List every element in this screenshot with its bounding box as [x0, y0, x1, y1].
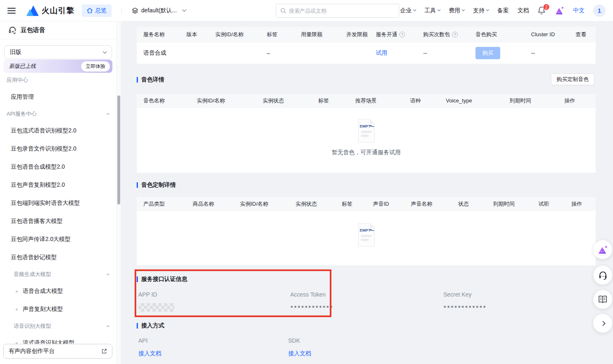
service-name: 语音合成	[143, 49, 186, 57]
bullet-dot	[16, 290, 18, 292]
ai-mountain-icon	[597, 244, 608, 255]
menu-label: 支持	[473, 7, 485, 14]
svg-text:EMPT: EMPT	[359, 124, 371, 128]
volcengine-logo[interactable]: 火山引擎	[26, 5, 75, 16]
collapse-panel-fab[interactable]	[593, 314, 612, 333]
chevron-up-icon	[107, 113, 110, 116]
nav-menu-enterprise[interactable]: 企业	[400, 7, 416, 14]
overview-tab[interactable]: 总览	[82, 5, 112, 17]
empty-document-icon: EMPT	[356, 118, 377, 143]
group-label: 语音识别大模型	[14, 322, 51, 330]
sidebar-scrollbar-thumb[interactable]	[117, 95, 120, 204]
secret-key-label: Secret Key	[443, 291, 471, 298]
buy-voice-button[interactable]: 购买	[475, 47, 500, 59]
nav-right-group: 企业 工具 费用 支持 备案 文档 2 中文 1	[400, 5, 606, 17]
service-table-card: 服务名称 版本 实例ID/名称 标签 用量限额 并发限额 服务开通? 购买次数包…	[137, 27, 596, 64]
nav-link-beian[interactable]: 备案	[497, 7, 509, 14]
section-app-center: 应用中心	[0, 72, 117, 88]
empty-state: EMPT 暂无音色，可开通服务试用	[137, 118, 596, 156]
try-now-button[interactable]: 立即体验	[81, 61, 110, 72]
global-search[interactable]	[276, 4, 399, 18]
nav-link-docs[interactable]: 文档	[517, 7, 529, 14]
documentation-fab[interactable]	[593, 290, 612, 309]
sdk-label: SDK	[288, 337, 300, 344]
table-row: 语音合成 – 试用 -- 购买 --	[137, 42, 596, 64]
sidebar-item-model[interactable]: 豆包语音合成模型2.0	[0, 158, 117, 176]
sidebar-menu: 应用中心 应用管理 API服务中心 豆包流式语音识别模型2.0 豆包录音文件识别…	[0, 72, 117, 364]
title-accent-bar	[137, 276, 138, 282]
sdk-doc-link[interactable]: 接入文档	[288, 350, 311, 357]
search-icon	[280, 8, 286, 14]
menu-label: 文档	[517, 7, 529, 14]
app-id-label: APP ID	[138, 291, 157, 298]
api-label: API	[138, 337, 148, 344]
sidebar-item-tts-large[interactable]: 语音合成大模型	[0, 282, 117, 300]
audio-creation-platform-link[interactable]: 有声内容创作平台	[3, 344, 112, 359]
nav-divider	[121, 7, 122, 14]
notification-bell[interactable]: 2	[538, 6, 546, 15]
footer-link-label: 有声内容创作平台	[9, 348, 55, 355]
top-navbar: 火山引擎 总览 default(默认... 企业 工具 费用 支持 备案 文档	[0, 0, 613, 21]
chevron-right-icon	[600, 321, 606, 326]
section-api-center[interactable]: API服务中心	[0, 106, 117, 122]
cluster-id-value: --	[531, 50, 576, 56]
search-input[interactable]	[289, 8, 395, 14]
brand-name: 火山引擎	[42, 5, 75, 16]
ai-assistant-fab[interactable]	[593, 240, 612, 259]
svg-text:EMPT: EMPT	[359, 228, 371, 232]
notification-badge: 2	[543, 4, 550, 10]
custom-detail-header: 产品类型 商品名称 实例ID/名称 实例状态 标签 声音ID 声音名称 状态 到…	[137, 197, 596, 211]
chevron-down-icon	[486, 8, 489, 11]
nav-menu-support[interactable]: 支持	[473, 7, 489, 14]
item-label: 语音合成大模型	[23, 287, 63, 295]
group-audio-generation[interactable]: 音频生成大模型	[0, 267, 117, 282]
help-icon[interactable]: ?	[452, 32, 458, 37]
sidebar-item-model[interactable]: 豆包同声传译2.0大模型	[0, 230, 117, 248]
new-version-banner: 新版已上线 立即体验	[3, 60, 112, 73]
sidebar: AI 豆包语音 旧版 新版已上线 立即体验 应用中心 应用管理 API服务中心 …	[0, 21, 117, 364]
help-icon[interactable]: ?	[399, 32, 405, 37]
sidebar-item-model[interactable]: 豆包声音复刻模型2.0	[0, 176, 117, 194]
trial-link[interactable]: 试用	[376, 49, 387, 56]
nav-menu-tools[interactable]: 工具	[424, 7, 440, 14]
user-avatar[interactable]: 1	[593, 5, 606, 17]
version-selector[interactable]: 旧版	[4, 45, 112, 59]
empty-state: EMPT	[137, 223, 596, 247]
custom-detail-card: 产品类型 商品名称 实例ID/名称 实例状态 标签 声音ID 声音名称 状态 到…	[137, 197, 596, 265]
access-token-label: Access Token	[290, 291, 326, 298]
chevron-up-icon	[107, 274, 110, 276]
sidebar-scrollbar-track	[117, 21, 121, 364]
customer-service-fab[interactable]	[593, 266, 612, 285]
sidebar-item-app-manage[interactable]: 应用管理	[0, 88, 117, 106]
group-asr-large[interactable]: 语音识别大模型	[0, 318, 117, 334]
section-label: API服务中心	[7, 110, 37, 118]
sidebar-header: AI 豆包语音	[0, 21, 117, 39]
open-book-icon	[598, 295, 608, 304]
sidebar-item-model[interactable]: 豆包语音播客大模型	[0, 212, 117, 230]
buy-custom-voice-button[interactable]: 购买定制音色	[551, 74, 594, 85]
sidebar-item-model[interactable]: 豆包录音文件识别模型2.0	[0, 140, 117, 158]
sidebar-item-model[interactable]: 豆包流式语音识别模型2.0	[0, 122, 117, 140]
chevron-down-icon	[438, 8, 441, 11]
api-doc-link[interactable]: 接入文档	[138, 350, 161, 357]
home-icon	[87, 8, 93, 13]
access-method-title: 接入方式	[137, 322, 164, 329]
sidebar-item-voice-clone-large[interactable]: 声音复刻大模型	[0, 300, 117, 318]
voice-detail-card: 音色名称 实例ID/名称 实例状态 标签 推荐场景 语种 Voice_type …	[137, 94, 596, 173]
sidebar-item-model[interactable]: 豆包语音妙记模型	[0, 248, 117, 267]
voice-detail-title: 音色详情	[137, 76, 164, 83]
ai-assistant-icon[interactable]	[555, 6, 564, 16]
chevron-down-icon	[182, 8, 186, 12]
sidebar-item-model[interactable]: 豆包端到端实时语音大模型	[0, 194, 117, 212]
headset-icon	[598, 271, 608, 280]
auth-info-title: 服务接口认证信息	[137, 276, 187, 283]
banner-text: 新版已上线	[9, 63, 36, 70]
language-switch[interactable]: 中文	[573, 7, 585, 14]
empty-document-icon: EMPT	[356, 223, 377, 247]
hamburger-menu-icon[interactable]	[7, 8, 16, 14]
nav-menu-billing[interactable]: 费用	[449, 7, 464, 14]
project-selector[interactable]: default(默认...	[132, 7, 186, 14]
menu-label: 企业	[400, 7, 412, 14]
layers-icon	[132, 7, 138, 14]
custom-detail-title: 音色定制详情	[137, 181, 176, 189]
